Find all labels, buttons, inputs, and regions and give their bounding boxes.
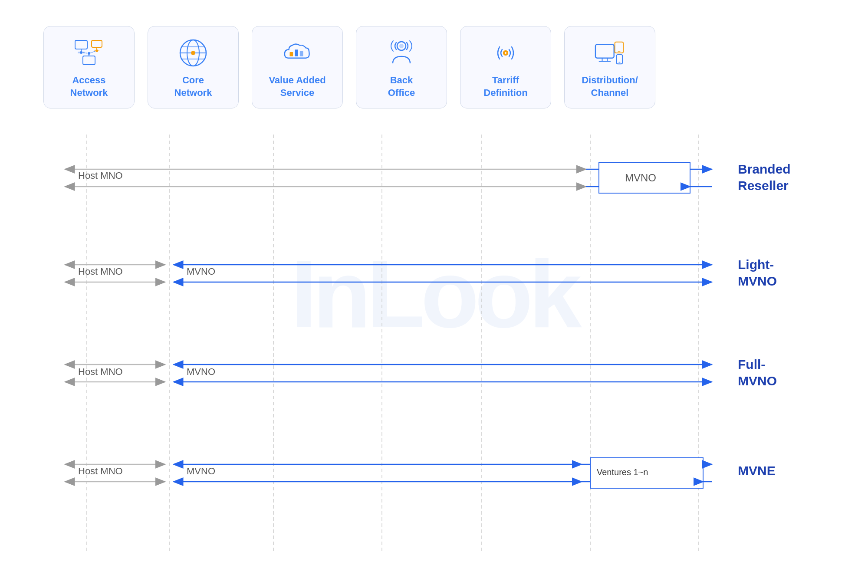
svg-rect-6 <box>83 56 95 65</box>
icon-card-tarriff-definition: TarriffDefinition <box>460 26 551 108</box>
svg-text:Host MNO: Host MNO <box>78 366 123 377</box>
svg-point-18 <box>191 51 195 55</box>
tarriff-definition-label: TarriffDefinition <box>483 74 527 99</box>
diagram-area: Host MNO MVNO Branded Reseller Host MNO … <box>43 135 833 553</box>
svg-point-23 <box>399 44 404 48</box>
svg-text:MVNO: MVNO <box>187 266 215 277</box>
svg-text:MVNO: MVNO <box>738 374 777 388</box>
core-network-icon <box>178 38 208 68</box>
svg-text:MVNO: MVNO <box>187 366 215 377</box>
icons-row: AccessNetwork CoreNetwork <box>35 26 833 108</box>
icon-card-distribution-channel: Distribution/Channel <box>564 26 655 108</box>
svg-rect-0 <box>75 40 87 49</box>
icon-card-value-added-service: Value AddedService <box>252 26 343 108</box>
access-network-label: AccessNetwork <box>70 74 108 99</box>
svg-text:Branded: Branded <box>738 162 791 176</box>
icon-card-back-office: BackOffice <box>356 26 447 108</box>
svg-rect-19 <box>290 52 293 56</box>
back-office-label: BackOffice <box>388 74 415 99</box>
svg-point-27 <box>505 52 506 54</box>
access-network-icon <box>74 38 104 68</box>
svg-text:MVNO: MVNO <box>738 274 777 288</box>
svg-text:Host MNO: Host MNO <box>78 170 123 181</box>
svg-text:MVNE: MVNE <box>738 463 776 478</box>
value-added-service-label: Value AddedService <box>269 74 326 99</box>
svg-rect-20 <box>295 50 298 57</box>
icon-card-access-network: AccessNetwork <box>43 26 135 108</box>
svg-text:Full-: Full- <box>738 357 765 371</box>
svg-text:Host MNO: Host MNO <box>78 466 123 476</box>
svg-text:Host MNO: Host MNO <box>78 266 123 277</box>
svg-text:Ventures 1~n: Ventures 1~n <box>597 467 648 477</box>
svg-text:MVNO: MVNO <box>625 172 656 184</box>
svg-point-10 <box>88 52 90 55</box>
main-container: InLook <box>0 0 868 588</box>
svg-point-11 <box>80 51 82 54</box>
svg-text:MVNO: MVNO <box>187 466 215 476</box>
value-added-service-icon <box>282 38 312 68</box>
svg-rect-21 <box>300 52 303 57</box>
back-office-icon <box>386 38 417 68</box>
tarriff-definition-icon <box>490 38 521 68</box>
svg-point-12 <box>95 49 98 52</box>
distribution-channel-icon <box>595 38 625 68</box>
diagram-svg: Host MNO MVNO Branded Reseller Host MNO … <box>43 135 851 551</box>
distribution-channel-label: Distribution/Channel <box>582 74 638 99</box>
svg-rect-28 <box>595 45 614 58</box>
core-network-label: CoreNetwork <box>174 74 212 99</box>
icon-card-core-network: CoreNetwork <box>148 26 239 108</box>
svg-rect-3 <box>92 40 102 47</box>
svg-text:Reseller: Reseller <box>738 178 789 193</box>
svg-text:Light-: Light- <box>738 257 774 272</box>
